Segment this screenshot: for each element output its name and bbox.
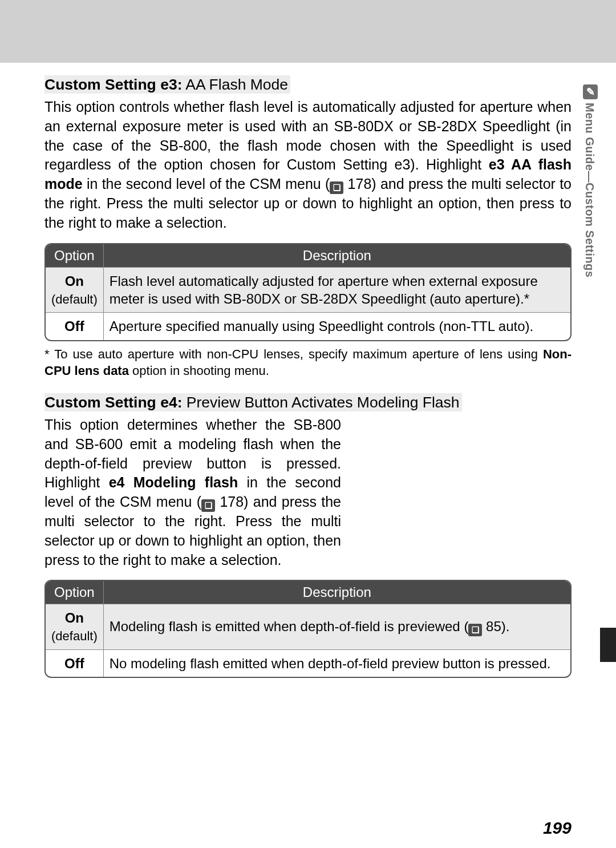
side-tab-label: Menu Guide—Custom Settings bbox=[583, 103, 596, 277]
option-off: Off bbox=[51, 655, 98, 672]
e4-para-bold: e4 Modeling flash bbox=[109, 474, 238, 490]
col-description: Description bbox=[104, 581, 570, 604]
page-ref-icon: ❏ bbox=[468, 624, 482, 636]
option-on: On bbox=[51, 609, 98, 627]
e3-ref-num: 178 bbox=[348, 176, 372, 192]
desc-b: ). bbox=[501, 619, 510, 634]
e3-paragraph: This option controls whether flash level… bbox=[44, 98, 572, 233]
option-off-cell: Off bbox=[46, 649, 104, 677]
e4-ref-num: 178 bbox=[220, 494, 244, 510]
table-row: On (default) Flash level automatically a… bbox=[46, 267, 570, 313]
desc-a: Modeling flash is emitted when depth-of-… bbox=[110, 619, 469, 634]
side-tab: ✎ Menu Guide—Custom Settings bbox=[583, 84, 599, 313]
option-off-desc: No modeling flash emitted when depth-of-… bbox=[104, 649, 570, 677]
option-default-label: (default) bbox=[51, 629, 98, 643]
page-number: 199 bbox=[543, 818, 572, 838]
option-off-desc: Aperture specified manually using Speedl… bbox=[104, 312, 570, 340]
e3-footnote: * To use auto aperture with non-CPU lens… bbox=[44, 346, 572, 379]
table-row: Off Aperture specified manually using Sp… bbox=[46, 312, 570, 340]
e3-heading-bold: Custom Setting e3: bbox=[44, 76, 182, 93]
page-ref-icon: ❏ bbox=[201, 499, 215, 512]
e4-heading: Custom Setting e4: Preview Button Activa… bbox=[44, 393, 462, 411]
e3-para-c: in the second level of the CSM menu ( bbox=[83, 176, 330, 192]
col-description: Description bbox=[104, 244, 570, 267]
option-on-cell: On (default) bbox=[46, 267, 104, 313]
table-header-row: Option Description bbox=[46, 244, 570, 267]
col-option: Option bbox=[46, 244, 104, 267]
option-on: On bbox=[51, 272, 98, 290]
option-on-desc: Flash level automatically adjusted for a… bbox=[104, 267, 570, 313]
manual-page: Custom Setting e3: AA Flash Mode This op… bbox=[0, 63, 616, 848]
e4-paragraph: This option determines whether the SB-80… bbox=[44, 415, 341, 570]
option-on-desc: Modeling flash is emitted when depth-of-… bbox=[104, 604, 570, 649]
option-off: Off bbox=[51, 317, 98, 335]
footnote-c: option in shooting menu. bbox=[129, 364, 269, 378]
e4-heading-rest: Preview Button Activates Modeling Flash bbox=[182, 394, 459, 411]
table-header-row: Option Description bbox=[46, 581, 570, 604]
e3-heading-rest: AA Flash Mode bbox=[182, 76, 288, 93]
option-on-cell: On (default) bbox=[46, 604, 104, 649]
desc-ref: 85 bbox=[486, 619, 501, 634]
thumb-tab bbox=[600, 628, 616, 662]
e4-options-table: Option Description On (default) Modeling… bbox=[44, 580, 572, 678]
table-row: Off No modeling flash emitted when depth… bbox=[46, 649, 570, 677]
page-ref-icon: ❏ bbox=[330, 181, 343, 194]
e3-options-table: Option Description On (default) Flash le… bbox=[44, 243, 572, 341]
pencil-icon: ✎ bbox=[583, 84, 598, 99]
col-option: Option bbox=[46, 581, 104, 604]
footnote-a: * To use auto aperture with non-CPU lens… bbox=[44, 347, 543, 361]
option-default-label: (default) bbox=[51, 292, 98, 306]
e4-heading-bold: Custom Setting e4: bbox=[44, 394, 182, 411]
e3-heading: Custom Setting e3: AA Flash Mode bbox=[44, 75, 290, 94]
option-off-cell: Off bbox=[46, 312, 104, 340]
table-row: On (default) Modeling flash is emitted w… bbox=[46, 604, 570, 649]
